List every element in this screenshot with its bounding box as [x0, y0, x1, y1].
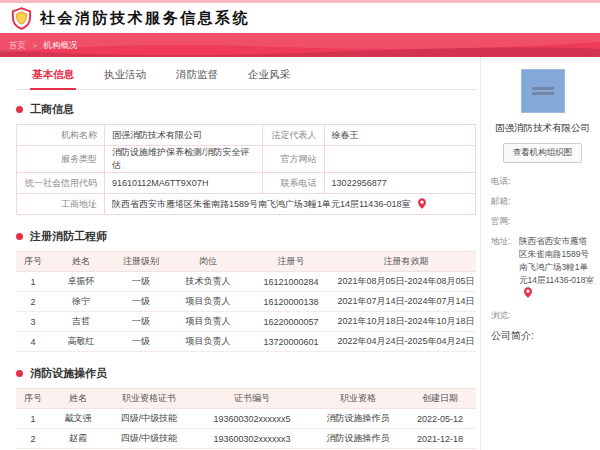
- column-header: 职业资格证书: [106, 389, 192, 409]
- table-cell: 16120000138: [246, 292, 336, 312]
- business-address: 陕西省西安市雁塔区朱雀南路1589号南飞鸿广场3幢1单元14层11436-018…: [112, 199, 410, 209]
- table-row: 2赵霞四级/中级技能193600302xxxxxx3消防设施操作员2021-12…: [16, 429, 476, 449]
- column-header: 创建日期: [404, 389, 476, 409]
- location-pin-icon[interactable]: [524, 287, 532, 302]
- field-value: 13022956877: [324, 173, 475, 194]
- sidebar-field-views: 浏览:: [491, 309, 594, 322]
- sidebar-field-address: 地址: 陕西省西安市雁塔区朱雀南路1589号南飞鸿广场3幢1单元14层11436…: [491, 235, 594, 302]
- table-cell: 四级/中级技能: [106, 409, 192, 429]
- table-cell: 13720000601: [246, 332, 336, 352]
- section-business-info: 工商信息: [16, 102, 476, 117]
- column-header: 岗位: [170, 252, 246, 272]
- table-row: 2徐宁一级项目负责人161200001382021年07月14日-2024年07…: [16, 292, 476, 312]
- table-cell: 项目负责人: [170, 312, 246, 332]
- sidebar-address-text: 陕西省西安市雁塔区朱雀南路1589号南飞鸿广场3幢1单元14层11436-018…: [519, 236, 594, 285]
- column-header: 注册号: [246, 252, 336, 272]
- field-label: 官方网站: [262, 146, 324, 173]
- table-row: 4高敬红一级项目负责人137200006012022年04月24日-2025年0…: [16, 332, 476, 352]
- section-title: 消防设施操作员: [30, 366, 107, 381]
- table-cell: 一级: [112, 332, 170, 352]
- tab-消防监督[interactable]: 消防监督: [174, 64, 220, 89]
- field-label: 服务类型: [17, 146, 105, 173]
- table-cell: 1: [16, 272, 50, 292]
- table-cell: 一级: [112, 292, 170, 312]
- field-value: 消防设施维护保养检测/消防安全评估: [104, 146, 262, 173]
- table-cell: 193600302xxxxxx5: [192, 409, 312, 429]
- field-label: 统一社会信用代码: [17, 173, 105, 194]
- sidebar-company-name: 固强消防技术有限公司: [491, 122, 594, 135]
- breadcrumb-banner: 首页 > 机构概况: [0, 33, 600, 57]
- table-cell: 4: [16, 332, 50, 352]
- table-cell: 16220000057: [246, 312, 336, 332]
- table-row: 工商地址 陕西省西安市雁塔区朱雀南路1589号南飞鸿广场3幢1单元14层1143…: [17, 194, 476, 215]
- app-header: 社会消防技术服务信息系统: [0, 0, 600, 33]
- tab-执业活动[interactable]: 执业活动: [102, 64, 148, 89]
- table-cell: 3: [16, 312, 50, 332]
- column-header: 注册有效期: [336, 252, 476, 272]
- section-bullet-icon: [16, 106, 23, 113]
- column-header: 序号: [16, 389, 50, 409]
- field-label: 法定代表人: [262, 125, 324, 146]
- table-row: 服务类型 消防设施维护保养检测/消防安全评估 官方网站: [17, 146, 476, 173]
- table-cell: 戴文强: [50, 409, 106, 429]
- table-cell: 项目负责人: [170, 332, 246, 352]
- table-row: 1戴文强四级/中级技能193600302xxxxxx5消防设施操作员2022-0…: [16, 409, 476, 429]
- page-title: 社会消防技术服务信息系统: [40, 9, 250, 28]
- section-title: 工商信息: [30, 102, 74, 117]
- field-label: 联系电话: [262, 173, 324, 194]
- breadcrumb-current: 机构概况: [43, 40, 77, 50]
- section-operators: 消防设施操作员: [16, 366, 476, 381]
- table-cell: 技术负责人: [170, 272, 246, 292]
- location-pin-icon[interactable]: [418, 198, 426, 211]
- business-info-table: 机构名称 固强消防技术有限公司 法定代表人 徐春王 服务类型 消防设施维护保养检…: [16, 124, 476, 215]
- table-cell: 2021年10月18日-2024年10月18日: [336, 312, 476, 332]
- field-label: 机构名称: [17, 125, 105, 146]
- table-cell: 消防设施操作员: [312, 409, 404, 429]
- column-header: 姓名: [50, 252, 112, 272]
- table-cell: 赵霞: [50, 429, 106, 449]
- table-cell: 2022年04月24日-2025年04月24日: [336, 332, 476, 352]
- table-header-row: 序号姓名注册级别岗位注册号注册有效期: [16, 252, 476, 272]
- table-cell: 一级: [112, 312, 170, 332]
- breadcrumb-separator: >: [32, 41, 37, 50]
- section-engineers: 注册消防工程师: [16, 229, 476, 244]
- table-row: 统一社会信用代码 91610112MA6TT9X07H 联系电话 1302295…: [17, 173, 476, 194]
- company-profile-label: 公司简介:: [491, 329, 594, 343]
- breadcrumb: 首页 > 机构概况: [0, 33, 600, 57]
- tab-企业风采[interactable]: 企业风采: [246, 64, 292, 89]
- company-photo-placeholder: [521, 69, 565, 113]
- table-cell: 四级/中级技能: [106, 429, 192, 449]
- field-value: 固强消防技术有限公司: [104, 125, 262, 146]
- shield-logo-icon: [10, 7, 33, 30]
- table-row: 机构名称 固强消防技术有限公司 法定代表人 徐春王: [17, 125, 476, 146]
- section-title: 注册消防工程师: [30, 229, 107, 244]
- table-cell: 2021-12-18: [404, 429, 476, 449]
- sidebar-fields: 电话: 邮箱: 官网: 地址: 陕西省西安市雁塔区朱雀南路1589号南飞鸿广场3…: [491, 175, 594, 322]
- column-header: 注册级别: [112, 252, 170, 272]
- column-header: 姓名: [50, 389, 106, 409]
- table-cell: 16121000284: [246, 272, 336, 292]
- sidebar-field-website: 官网:: [491, 215, 594, 228]
- table-cell: 2021年08月05日-2024年08月05日: [336, 272, 476, 292]
- table-row: 1卓振怀一级技术负责人161210002842021年08月05日-2024年0…: [16, 272, 476, 292]
- column-header: 证书编号: [192, 389, 312, 409]
- table-cell: 2: [16, 429, 50, 449]
- table-cell: 193600302xxxxxx3: [192, 429, 312, 449]
- content-area: 基本信息执业活动消防监督企业风采 工商信息 机构名称 固强消防技术有限公司 法定…: [0, 57, 600, 450]
- view-org-chart-button[interactable]: 查看机构组织图: [503, 143, 583, 163]
- table-cell: 1: [16, 409, 50, 429]
- field-value: 陕西省西安市雁塔区朱雀南路1589号南飞鸿广场3幢1单元14层11436-018…: [104, 194, 475, 215]
- table-cell: 2022-05-12: [404, 409, 476, 429]
- sidebar-field-phone: 电话:: [491, 175, 594, 188]
- table-header-row: 序号姓名职业资格证书证书编号职业资格创建日期: [16, 389, 476, 409]
- tab-基本信息[interactable]: 基本信息: [30, 64, 76, 90]
- field-value: 徐春王: [324, 125, 475, 146]
- company-sidebar: 固强消防技术有限公司 查看机构组织图 电话: 邮箱: 官网: 地址: 陕西省西安…: [480, 57, 600, 450]
- field-label: 工商地址: [17, 194, 105, 215]
- table-cell: 2021年07月14日-2024年07月14日: [336, 292, 476, 312]
- table-cell: 一级: [112, 272, 170, 292]
- sidebar-field-email: 邮箱:: [491, 195, 594, 208]
- main-column: 基本信息执业活动消防监督企业风采 工商信息 机构名称 固强消防技术有限公司 法定…: [0, 57, 480, 450]
- breadcrumb-home-link[interactable]: 首页: [9, 40, 26, 50]
- column-header: 序号: [16, 252, 50, 272]
